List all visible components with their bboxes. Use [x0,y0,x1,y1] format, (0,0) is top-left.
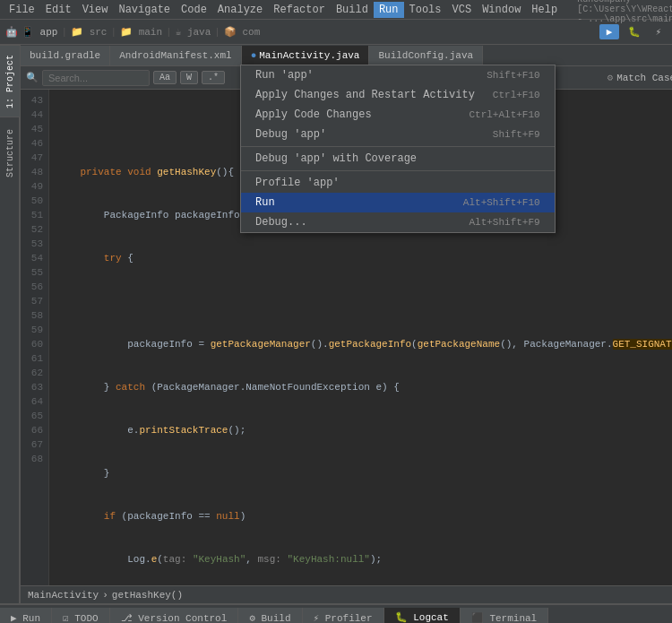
breadcrumb-gethashkey[interactable]: getHashKey() [112,590,183,601]
menu-tools[interactable]: Tools [404,2,447,18]
match-case-label: Match Case [616,73,672,83]
sidebar-item-project[interactable]: 1: Project [0,45,20,117]
bottom-tab-run[interactable]: ▶ Run [0,608,52,623]
menu-profile-app-label: Profile 'app' [255,177,340,189]
toolbar-separator4: | [214,27,220,38]
line-num-50: 50 [26,194,43,208]
code-line-51: } [56,466,672,480]
toolbar-separator3: | [166,27,172,38]
search-word-btn[interactable]: W [180,71,198,84]
line-num-57: 57 [26,294,43,308]
toolbar-run-btn[interactable]: ▶ [599,24,620,39]
menu-apply-code[interactable]: Apply Code Changes Ctrl+Alt+F10 [241,105,555,125]
line-num-68: 68 [26,452,43,466]
line-numbers: 43 44 45 46 47 48 49 50 51 52 53 54 55 5… [21,90,49,585]
menu-code[interactable]: Code [176,2,212,18]
bottom-tab-profiler[interactable]: ⚡ Profiler [303,608,384,623]
menu-view[interactable]: View [77,2,114,18]
code-line-52: if (packageInfo == null) [56,509,672,523]
line-num-51: 51 [26,208,43,222]
tab-androidmanifest[interactable]: AndroidManifest.xml [110,46,241,65]
menu-vcs[interactable]: VCS [447,2,478,18]
menu-build[interactable]: Build [331,2,374,18]
menu-refactor[interactable]: Refactor [268,2,331,18]
menu-run-app-label: Run 'app' [255,69,314,82]
code-line-50: e.printStackTrace(); [56,423,672,437]
toolbar-main: 📁 main [120,26,162,38]
toolbar-project-label: 📱 app [22,26,57,38]
code-line-49: } catch (PackageManager.NameNotFoundExce… [56,380,672,394]
menu-sep-1 [241,146,555,147]
line-num-60: 60 [26,337,43,351]
toolbar-debug-btn[interactable]: 🐛 [623,24,646,39]
menu-debug-coverage[interactable]: Debug 'app' with Coverage [241,149,555,169]
menu-debug-coverage-label: Debug 'app' with Coverage [255,152,417,165]
toolbar-src: 📁 src [71,26,107,38]
line-num-67: 67 [26,437,43,452]
search-input[interactable] [42,70,150,86]
search-case-btn[interactable]: Aa [153,71,177,84]
menu-help[interactable]: Help [526,2,563,18]
menu-window[interactable]: Window [477,2,526,18]
menu-run[interactable]: Run [374,2,404,18]
bottom-tab-todo[interactable]: ☑ TODO [52,608,110,623]
menu-profile-app[interactable]: Profile 'app' [241,173,555,193]
editor-tabs: build.gradle AndroidManifest.xml ● MainA… [21,45,672,66]
menu-apply-restart[interactable]: Apply Changes and Restart Activity Ctrl+… [241,85,555,105]
tab-buildconfig[interactable]: BuildConfig.java [369,46,483,65]
menu-apply-restart-label: Apply Changes and Restart Activity [255,89,475,101]
bottom-tab-build[interactable]: ⚙ Build [238,608,302,623]
tab-label-mainactivity: MainActivity.java [259,50,359,61]
line-num-59: 59 [26,323,43,337]
tab-build-gradle[interactable]: build.gradle [21,46,110,65]
line-num-49: 49 [26,179,43,194]
bottom-tab-terminal[interactable]: ⬛ Terminal [461,608,548,623]
breadcrumb-mainactivity[interactable]: MainActivity [28,590,99,601]
menu-run-ellipsis[interactable]: Run Alt+Shift+F10 [241,193,555,212]
line-num-55: 55 [26,265,43,280]
menu-debug-ellipsis-label: Debug... [255,216,307,229]
toolbar-android-icon: 🤖 [5,26,18,38]
menu-sep-2 [241,170,555,171]
menu-debug-app-shortcut: Shift+F9 [493,129,540,140]
menu-debug-app[interactable]: Debug 'app' Shift+F9 [241,125,555,144]
menu-navigate[interactable]: Navigate [113,2,176,18]
menu-analyze[interactable]: Analyze [212,2,268,18]
line-num-52: 52 [26,222,43,237]
code-line-47 [56,294,672,308]
filter-icon[interactable]: ⚙ [607,72,614,83]
editor-area: build.gradle AndroidManifest.xml ● MainA… [21,45,672,603]
line-num-62: 62 [26,366,43,380]
menu-edit[interactable]: Edit [40,2,77,18]
menu-apply-code-label: Apply Code Changes [255,108,372,121]
menu-run-app[interactable]: Run 'app' Shift+F10 [241,65,555,85]
tab-mainactivity[interactable]: ● MainActivity.java [242,46,370,65]
bottom-tab-logcat[interactable]: 🐛 Logcat [384,608,461,623]
line-num-43: 43 [26,93,43,108]
toolbar-separator: | [61,27,67,38]
line-num-65: 65 [26,409,43,423]
run-dropdown-menu: Run 'app' Shift+F10 Apply Changes and Re… [240,65,556,233]
breadcrumb: MainActivity › getHashKey() [21,585,672,603]
menu-file[interactable]: File [4,2,40,18]
line-num-44: 44 [26,108,43,122]
menu-run-app-shortcut: Shift+F10 [487,70,539,81]
menu-debug-ellipsis[interactable]: Debug... Alt+Shift+F9 [241,212,555,232]
toolbar-profile-btn[interactable]: ⚡ [650,24,667,39]
line-num-54: 54 [26,251,43,265]
menu-debug-app-label: Debug 'app' [255,128,326,141]
bottom-tab-vc[interactable]: ⎇ Version Control [110,608,239,623]
bottom-panel: ▶ Run ☑ TODO ⎇ Version Control ⚙ Build ⚡… [0,603,672,623]
sidebar-item-structure[interactable]: Structure [0,117,20,188]
tab-label-build-gradle: build.gradle [30,50,100,61]
toolbar-com: 📦 com [224,26,260,38]
menu-apply-restart-shortcut: Ctrl+F10 [493,90,540,100]
left-side-tabs: 1: Project Structure [0,45,20,603]
line-num-46: 46 [26,136,43,151]
line-num-48: 48 [26,165,43,179]
search-regex-btn[interactable]: .* [202,71,225,84]
menu-bar: File Edit View Navigate Code Analyze Ref… [0,0,672,20]
line-num-56: 56 [26,280,43,294]
code-line-46: try { [56,251,672,265]
line-num-61: 61 [26,351,43,366]
